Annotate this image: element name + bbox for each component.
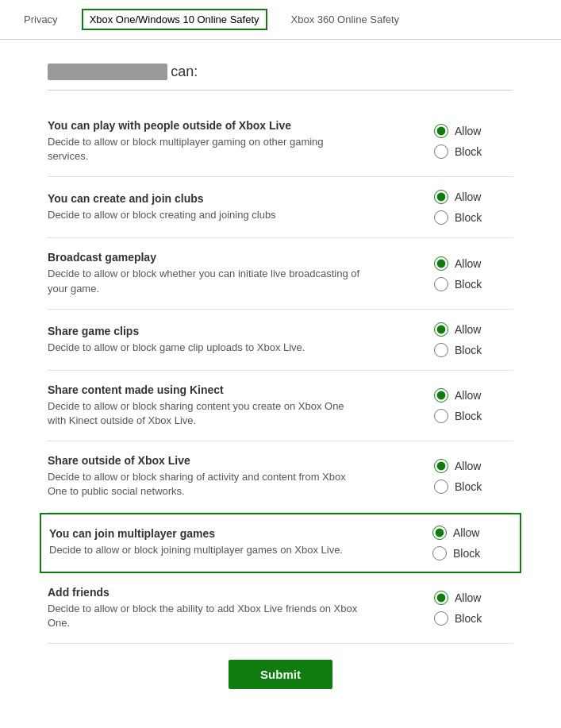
radio-group-clubs: AllowBlock	[434, 190, 513, 225]
setting-desc-game-clips: Decide to allow or block game clip uploa…	[48, 341, 365, 355]
radio-input-block-game-clips[interactable]	[434, 343, 448, 357]
tab-privacy[interactable]: Privacy	[24, 2, 58, 37]
radio-block-multiplayer-outside[interactable]: Block	[434, 144, 482, 159]
radio-label-block-broadcast: Block	[455, 278, 482, 291]
radio-input-block-kinect[interactable]	[434, 409, 448, 423]
player-name-blurred: Player8966147086	[48, 64, 167, 80]
radio-group-multiplayer-join: AllowBlock	[432, 526, 512, 560]
radio-label-allow-clubs: Allow	[455, 191, 481, 203]
setting-text-broadcast: Broadcast gameplayDecide to allow or blo…	[48, 251, 365, 295]
radio-block-broadcast[interactable]: Block	[434, 277, 482, 291]
radio-label-block-share-outside: Block	[455, 480, 482, 493]
radio-input-block-add-friends[interactable]	[434, 611, 448, 626]
setting-desc-multiplayer-join: Decide to allow or block joining multipl…	[49, 543, 367, 557]
submit-button[interactable]: Submit	[229, 660, 332, 689]
radio-label-block-multiplayer-outside: Block	[455, 145, 482, 158]
setting-desc-kinect: Decide to allow or block sharing content…	[48, 399, 365, 428]
setting-desc-add-friends: Decide to allow or block the ability to …	[48, 602, 365, 630]
settings-list: You can play with people outside of Xbox…	[48, 106, 513, 644]
setting-title-game-clips: Share game clips	[48, 325, 365, 337]
setting-title-multiplayer-outside: You can play with people outside of Xbox…	[48, 119, 365, 132]
radio-block-kinect[interactable]: Block	[434, 409, 482, 423]
radio-allow-game-clips[interactable]: Allow	[434, 322, 481, 337]
radio-input-block-broadcast[interactable]	[434, 277, 448, 291]
radio-block-multiplayer-join[interactable]: Block	[432, 546, 480, 560]
radio-group-game-clips: AllowBlock	[434, 322, 513, 357]
radio-allow-share-outside[interactable]: Allow	[434, 459, 481, 473]
radio-block-game-clips[interactable]: Block	[434, 343, 482, 357]
radio-group-share-outside: AllowBlock	[434, 459, 513, 494]
setting-title-broadcast: Broadcast gameplay	[48, 251, 365, 264]
tab-xbox-360[interactable]: Xbox 360 Online Safety	[291, 2, 400, 37]
main-content: Player8966147086 can: You can play with …	[0, 40, 561, 728]
setting-text-share-outside: Share outside of Xbox LiveDecide to allo…	[48, 454, 365, 499]
setting-item-multiplayer-outside: You can play with people outside of Xbox…	[48, 106, 513, 177]
radio-label-allow-multiplayer-outside: Allow	[455, 125, 481, 137]
setting-desc-broadcast: Decide to allow or block whether you can…	[48, 267, 365, 295]
setting-text-clubs: You can create and join clubsDecide to a…	[48, 192, 365, 222]
setting-item-clubs: You can create and join clubsDecide to a…	[48, 177, 513, 238]
setting-title-share-outside: Share outside of Xbox Live	[48, 454, 365, 467]
setting-title-kinect: Share content made using Kinect	[48, 383, 365, 396]
setting-text-multiplayer-join: You can join multiplayer gamesDecide to …	[49, 527, 367, 557]
setting-text-kinect: Share content made using KinectDecide to…	[48, 383, 365, 428]
setting-desc-share-outside: Decide to allow or block sharing of acti…	[48, 470, 365, 499]
radio-label-block-kinect: Block	[455, 410, 482, 422]
setting-text-add-friends: Add friendsDecide to allow or block the …	[48, 586, 365, 630]
radio-allow-multiplayer-outside[interactable]: Allow	[434, 124, 481, 138]
radio-allow-kinect[interactable]: Allow	[434, 388, 481, 403]
setting-text-multiplayer-outside: You can play with people outside of Xbox…	[48, 119, 365, 164]
radio-label-allow-broadcast: Allow	[455, 257, 481, 270]
submit-area: Submit	[48, 644, 513, 713]
setting-desc-clubs: Decide to allow or block creating and jo…	[48, 208, 365, 222]
tab-bar: Privacy Xbox One/Windows 10 Online Safet…	[0, 0, 561, 40]
radio-label-block-multiplayer-join: Block	[453, 547, 480, 560]
setting-item-add-friends: Add friendsDecide to allow or block the …	[48, 573, 513, 644]
radio-label-allow-multiplayer-join: Allow	[453, 526, 479, 539]
tab-xbox-one[interactable]: Xbox One/Windows 10 Online Safety	[82, 9, 267, 30]
radio-block-clubs[interactable]: Block	[434, 210, 482, 225]
setting-text-game-clips: Share game clipsDecide to allow or block…	[48, 325, 365, 355]
radio-label-block-game-clips: Block	[455, 344, 482, 356]
radio-input-block-multiplayer-join[interactable]	[432, 546, 447, 560]
setting-item-broadcast: Broadcast gameplayDecide to allow or blo…	[48, 238, 513, 309]
player-heading: Player8966147086 can:	[48, 64, 513, 91]
radio-label-block-clubs: Block	[455, 211, 482, 224]
radio-input-allow-add-friends[interactable]	[434, 591, 448, 605]
setting-title-clubs: You can create and join clubs	[48, 192, 365, 205]
radio-input-allow-multiplayer-outside[interactable]	[434, 124, 448, 138]
radio-block-share-outside[interactable]: Block	[434, 480, 482, 494]
radio-input-allow-clubs[interactable]	[434, 190, 448, 204]
radio-input-allow-kinect[interactable]	[434, 388, 448, 403]
radio-label-allow-kinect: Allow	[455, 389, 481, 402]
radio-input-allow-game-clips[interactable]	[434, 322, 448, 337]
radio-input-block-multiplayer-outside[interactable]	[434, 144, 448, 159]
setting-title-add-friends: Add friends	[48, 586, 365, 599]
radio-block-add-friends[interactable]: Block	[434, 611, 482, 626]
radio-input-allow-broadcast[interactable]	[434, 256, 448, 271]
radio-group-kinect: AllowBlock	[434, 388, 513, 423]
radio-input-block-clubs[interactable]	[434, 210, 448, 225]
setting-title-multiplayer-join: You can join multiplayer games	[49, 527, 367, 540]
radio-input-allow-multiplayer-join[interactable]	[432, 526, 447, 540]
radio-label-allow-share-outside: Allow	[455, 460, 481, 472]
setting-desc-multiplayer-outside: Decide to allow or block multiplayer gam…	[48, 135, 365, 164]
radio-allow-multiplayer-join[interactable]: Allow	[432, 526, 479, 540]
radio-allow-add-friends[interactable]: Allow	[434, 591, 481, 605]
radio-label-block-add-friends: Block	[455, 612, 482, 625]
heading-suffix: can:	[171, 64, 198, 80]
setting-item-multiplayer-join: You can join multiplayer gamesDecide to …	[40, 513, 521, 573]
radio-group-multiplayer-outside: AllowBlock	[434, 124, 513, 159]
radio-group-add-friends: AllowBlock	[434, 591, 513, 626]
radio-group-broadcast: AllowBlock	[434, 256, 513, 291]
radio-allow-broadcast[interactable]: Allow	[434, 256, 481, 271]
radio-input-allow-share-outside[interactable]	[434, 459, 448, 473]
radio-allow-clubs[interactable]: Allow	[434, 190, 481, 204]
radio-input-block-share-outside[interactable]	[434, 480, 448, 494]
setting-item-share-outside: Share outside of Xbox LiveDecide to allo…	[48, 441, 513, 512]
setting-item-kinect: Share content made using KinectDecide to…	[48, 371, 513, 441]
setting-item-game-clips: Share game clipsDecide to allow or block…	[48, 310, 513, 371]
radio-label-allow-add-friends: Allow	[455, 591, 481, 604]
radio-label-allow-game-clips: Allow	[455, 323, 481, 336]
